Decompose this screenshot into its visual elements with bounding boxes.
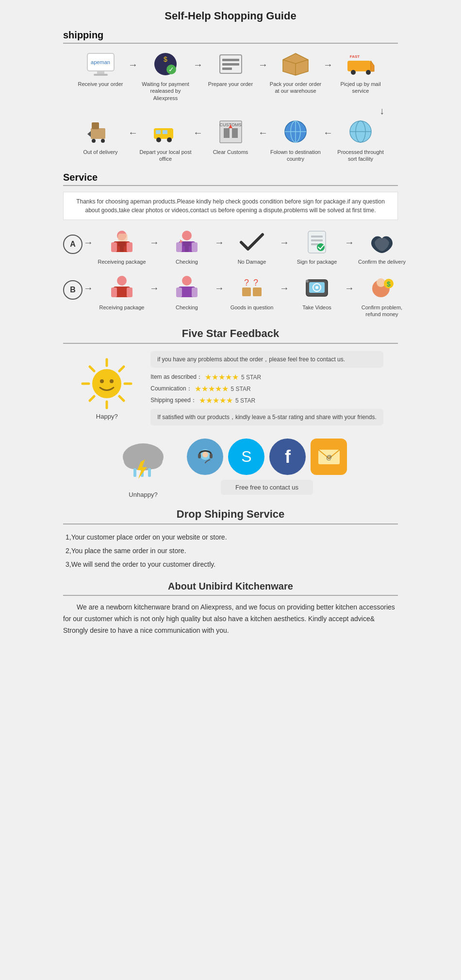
svg-rect-44 [127,242,132,252]
outdelivery-icon [83,118,117,147]
email-icon: @ [317,446,341,468]
svg-rect-47 [118,234,128,241]
b4-icon: $ [365,273,399,302]
a0-label: Receiveing package [98,258,146,265]
b0-icon [105,273,139,302]
svg-rect-31 [224,128,230,138]
contact-bubble: Free free to contact us [221,480,313,495]
arrow-a3: → [280,227,289,248]
a0-icon [105,227,139,256]
svg-line-88 [119,367,124,371]
flow-a-item-2: No Damage [225,227,279,265]
b1-label: Checking [176,304,198,311]
svg-text:$: $ [387,280,391,288]
svg-point-17 [351,70,356,75]
arrow-b4: → [345,273,354,294]
about-text: We are a newborn kitchenware brand on Al… [63,602,398,636]
customs-label: Clear Customs [213,149,248,155]
svg-point-60 [117,276,127,286]
about-section: About Unibird Kitchenware We are a newbo… [63,581,398,636]
flow-b-item-0: Receiving package [95,273,148,311]
svg-point-100 [202,452,208,457]
page-title: Self-Help Shopping Guide [63,10,398,22]
svg-point-90 [100,379,104,383]
svg-point-91 [110,379,114,383]
facebook-icon: f [276,445,299,469]
arrow-a4: → [345,227,354,248]
flow-item-processed: Processed throught sort facility [334,118,387,163]
arrow-r4: ← [323,118,333,138]
skype-icon: S [235,445,258,469]
arrow-a1: → [149,227,159,248]
arrow-r3: ← [258,118,268,138]
svg-point-64 [182,276,192,286]
flow-item-customs: CUSTOMS Clear Customs [204,118,257,155]
flow-a-label: A [63,235,82,254]
flow-b-label: B [63,280,82,300]
receive-label: Receive your order [78,81,123,87]
shipping-section: shipping apeman Receive your order → [63,30,398,162]
email-icon-wrapper: @ [311,439,347,475]
svg-point-27 [156,137,161,142]
arrow-2: → [193,50,203,70]
dropship-list: 1,Your customer place order on your webs… [63,530,398,571]
dropship-section: Drop Shiping Service 1,Your customer pla… [63,508,398,571]
feedback-row-2-label: Shipping speed： [150,396,197,405]
svg-point-75 [315,286,318,289]
feedback-row-0-label: Item as described： [150,373,202,381]
svg-point-48 [182,231,192,240]
support-icon-wrapper [187,439,223,475]
feedback-bottom-bubble: If satisfied with our products，kindly le… [150,409,383,425]
depart-label: Depart your local post office [139,149,192,163]
b3-label: Take Videos [302,304,331,311]
happy-col: Happy? [78,357,136,420]
service-flow-a: A → Receiveing [63,227,398,265]
feedback-row-1-label: Coumnication： [150,385,192,393]
b1-icon [170,273,204,302]
sun-svg [78,357,136,410]
svg-rect-71 [253,287,262,296]
feedback-row-2: Shipping speed： ★★★★★ 5 STAR [150,396,383,405]
svg-rect-57 [311,239,323,241]
service-flow-b: B → Receiving package → [63,273,398,318]
unhappy-col: Unhappy? [114,435,172,498]
svg-rect-19 [91,128,105,139]
svg-rect-67 [192,287,198,297]
svg-rect-43 [111,242,117,252]
svg-point-81 [92,369,121,398]
svg-point-22 [101,139,105,143]
svg-rect-101 [198,454,201,458]
a1-label: Checking [176,258,198,265]
flow-item-pack: Pack your order order at our warehouse [269,50,322,95]
svg-rect-46 [120,244,124,252]
b2-label: Goods in question [230,304,274,311]
svg-rect-102 [210,454,213,458]
feedback-row-2-rating: 5 STAR [235,397,255,404]
svg-text:?: ? [253,278,258,287]
flow-a-item-3: Sign for package [290,227,344,265]
b0-label: Receiving package [99,304,145,311]
svg-line-89 [90,396,94,401]
svg-text:f: f [285,447,291,467]
service-header: Service [63,172,398,186]
unhappy-label: Unhappy? [129,491,157,498]
svg-rect-2 [94,74,108,76]
shipping-row-1: apeman Receive your order → $ ✓ Waiting … [63,50,398,101]
svg-marker-23 [87,131,91,137]
a4-label: Confirm the delivery [358,258,406,265]
dropship-item-1: 2,You place the same order in our store. [66,544,398,558]
pack-icon [279,50,313,79]
facebook-icon-wrapper: f [269,439,306,475]
svg-rect-50 [176,242,182,252]
svg-text:$: $ [164,55,167,63]
flow-item-depart: Depart your local post office [139,118,192,163]
svg-text:FAST: FAST [349,54,360,59]
arrow-3: → [258,50,268,70]
svg-rect-9 [222,59,239,61]
feedback-row-0-stars: ★★★★★ [205,372,239,382]
pickup-icon: FAST [344,50,378,79]
flow-a-item-1: Checking [160,227,214,265]
svg-rect-20 [92,122,99,129]
flow-b-item-3: Take Videos [290,273,344,311]
svg-rect-14 [347,61,371,71]
